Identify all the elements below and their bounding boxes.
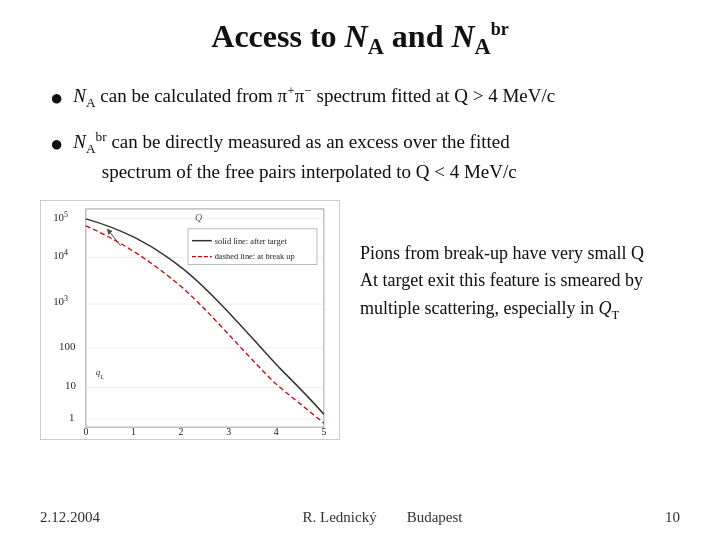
bullet-line-1: ● NA can be calculated from π+π− spectru… (50, 82, 680, 114)
footer-date: 2.12.2004 (40, 509, 100, 526)
bullet-dot-1: ● (50, 83, 63, 114)
svg-text:2: 2 (179, 426, 184, 437)
svg-text:dashed line: at break up: dashed line: at break up (215, 251, 295, 261)
svg-text:5: 5 (321, 426, 326, 437)
right-text-line1: Pions from break-up have very small Q (360, 243, 644, 263)
bullet-section-1: ● NA can be calculated from π+π− spectru… (40, 82, 680, 114)
slide: Access to NA and NAbr ● NA can be calcul… (0, 0, 720, 540)
title-sub-A1: A (368, 34, 384, 59)
footer-page: 10 (665, 509, 680, 526)
title-and: and (392, 18, 452, 54)
title-sub-A2: A (475, 34, 491, 59)
svg-text:Q, |qL| [MeV/c]: Q, |qL| [MeV/c] (154, 437, 217, 438)
svg-text:100: 100 (59, 339, 76, 351)
footer-center-group: R. Lednický Budapest (303, 509, 463, 526)
right-text-line2: At target exit this feature is smeared b… (360, 270, 643, 290)
footer-location: Budapest (407, 509, 463, 525)
right-text-block: Pions from break-up have very small Q At… (360, 200, 680, 440)
chart-svg: 105 104 103 100 10 1 (41, 201, 339, 439)
svg-text:1: 1 (131, 426, 136, 437)
title-sup-br: br (491, 19, 509, 39)
title-NA1: N (345, 18, 368, 54)
bullet-dot-2: ● (50, 129, 63, 160)
content-area: 105 104 103 100 10 1 (40, 200, 680, 440)
bullet-text-2: NAbr can be directly measured as an exce… (73, 128, 516, 185)
title-NA2: N (451, 18, 474, 54)
footer: 2.12.2004 R. Lednický Budapest 10 (0, 509, 720, 526)
svg-text:1: 1 (69, 411, 74, 423)
bullet-section-2: ● NAbr can be directly measured as an ex… (40, 128, 680, 185)
svg-text:0: 0 (83, 426, 88, 437)
svg-text:4: 4 (274, 426, 279, 437)
right-text-line3: multiple scattering, especially in QT (360, 298, 619, 318)
bullet-line-2: ● NAbr can be directly measured as an ex… (50, 128, 680, 185)
slide-title: Access to NA and NAbr (40, 18, 680, 60)
svg-text:3: 3 (226, 426, 231, 437)
svg-text:10: 10 (65, 379, 76, 391)
footer-author: R. Lednický (303, 509, 377, 525)
QT-sub: T (611, 308, 619, 322)
svg-text:solid line: after target: solid line: after target (215, 235, 288, 245)
bullet-text-1: NA can be calculated from π+π− spectrum … (73, 82, 555, 113)
chart-area: 105 104 103 100 10 1 (40, 200, 340, 440)
svg-text:Q: Q (195, 211, 202, 222)
